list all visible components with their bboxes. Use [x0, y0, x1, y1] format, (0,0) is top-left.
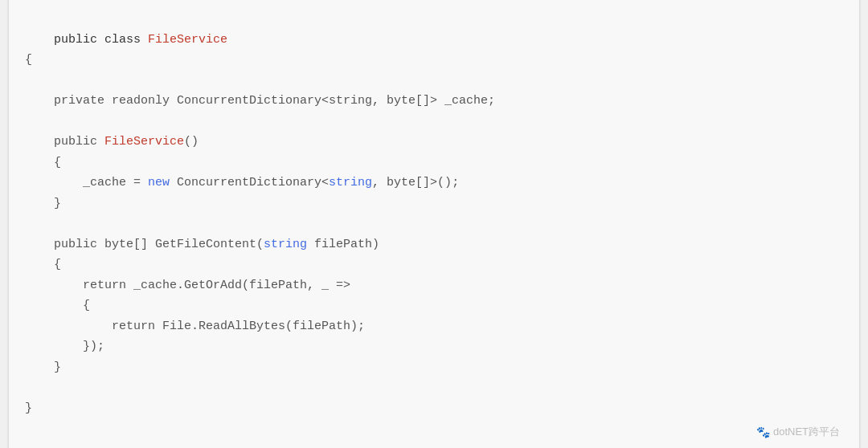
- method-param-type: string: [264, 238, 307, 251]
- method-body-return: return _cache.GetOrAdd(filePath, _ =>: [25, 279, 350, 292]
- constructor-decl-public: public: [25, 135, 104, 149]
- constructor-body: _cache =: [25, 176, 148, 189]
- code-block: public class FileService { private reado…: [25, 9, 843, 439]
- lambda-brace-close: });: [25, 340, 104, 353]
- constructor-brace-open: {: [25, 156, 61, 169]
- type-string: string: [329, 176, 372, 189]
- constructor-name: FileService: [104, 135, 184, 149]
- watermark-text: dotNET跨平台: [773, 425, 840, 439]
- constructor-new-type: ConcurrentDictionary<: [170, 176, 329, 189]
- constructor-new-close: , byte[]>();: [372, 176, 459, 189]
- class-name: FileService: [148, 33, 227, 47]
- watermark-icon: 🐾: [756, 426, 770, 438]
- lambda-body: return File.ReadAllBytes(filePath);: [25, 320, 365, 333]
- field-decl: private readonly ConcurrentDictionary<st…: [25, 94, 495, 108]
- new-kw: new: [148, 176, 170, 189]
- method-brace-open: {: [25, 258, 61, 271]
- lambda-brace-open: {: [25, 299, 90, 312]
- kw-public: public: [54, 33, 104, 47]
- kw-class: class: [104, 33, 148, 47]
- method-brace-close: }: [25, 360, 61, 374]
- code-container: public class FileService { private reado…: [8, 0, 860, 448]
- method-decl: public byte[] GetFileContent(: [25, 238, 264, 251]
- constructor-brace-close: }: [25, 197, 61, 210]
- class-brace-close: }: [25, 401, 32, 415]
- brace-open: {: [25, 53, 32, 67]
- method-param-name: filePath): [307, 238, 379, 251]
- constructor-params: (): [184, 135, 199, 149]
- watermark: 🐾 dotNET跨平台: [756, 425, 840, 439]
